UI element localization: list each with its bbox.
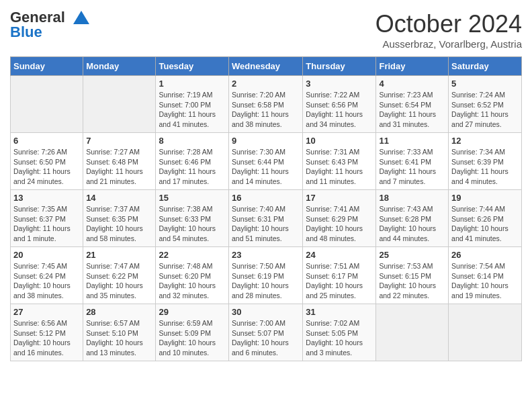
calendar-body: 1Sunrise: 7:19 AM Sunset: 7:00 PM Daylig… xyxy=(11,76,522,361)
day-of-week-header: Friday xyxy=(376,57,449,76)
day-of-week-header: Tuesday xyxy=(156,57,229,76)
calendar-day-cell: 25Sunrise: 7:53 AM Sunset: 6:15 PM Dayli… xyxy=(376,247,449,304)
calendar-week-row: 27Sunrise: 6:56 AM Sunset: 5:12 PM Dayli… xyxy=(11,304,522,361)
header: GeneralBlue October 2024 Ausserbraz, Vor… xyxy=(10,10,522,50)
calendar-week-row: 6Sunrise: 7:26 AM Sunset: 6:50 PM Daylig… xyxy=(11,133,522,190)
day-info: Sunrise: 7:38 AM Sunset: 6:33 PM Dayligh… xyxy=(159,204,226,244)
day-number: 14 xyxy=(86,193,152,203)
day-number: 20 xyxy=(13,250,80,260)
day-number: 27 xyxy=(13,307,80,317)
day-info: Sunrise: 7:48 AM Sunset: 6:20 PM Dayligh… xyxy=(159,261,226,301)
calendar-day-cell: 29Sunrise: 6:59 AM Sunset: 5:09 PM Dayli… xyxy=(156,304,229,361)
calendar-day-cell: 4Sunrise: 7:23 AM Sunset: 6:54 PM Daylig… xyxy=(376,76,449,133)
calendar-day-cell: 7Sunrise: 7:27 AM Sunset: 6:48 PM Daylig… xyxy=(83,133,156,190)
day-number: 11 xyxy=(379,136,445,146)
logo-text: GeneralBlue xyxy=(10,10,65,40)
day-info: Sunrise: 7:00 AM Sunset: 5:07 PM Dayligh… xyxy=(232,318,300,358)
day-of-week-header: Saturday xyxy=(449,57,522,76)
calendar-day-cell xyxy=(376,304,449,361)
day-info: Sunrise: 7:24 AM Sunset: 6:52 PM Dayligh… xyxy=(451,90,519,130)
calendar-day-cell: 2Sunrise: 7:20 AM Sunset: 6:58 PM Daylig… xyxy=(229,76,303,133)
day-number: 15 xyxy=(159,193,226,203)
calendar-day-cell: 27Sunrise: 6:56 AM Sunset: 5:12 PM Dayli… xyxy=(11,304,83,361)
day-info: Sunrise: 7:22 AM Sunset: 6:56 PM Dayligh… xyxy=(306,90,373,130)
day-number: 22 xyxy=(159,250,226,260)
calendar-day-cell xyxy=(83,76,156,133)
calendar-day-cell: 31Sunrise: 7:02 AM Sunset: 5:05 PM Dayli… xyxy=(303,304,376,361)
calendar-day-cell: 9Sunrise: 7:30 AM Sunset: 6:44 PM Daylig… xyxy=(229,133,303,190)
day-info: Sunrise: 7:54 AM Sunset: 6:14 PM Dayligh… xyxy=(451,261,519,301)
day-info: Sunrise: 7:50 AM Sunset: 6:19 PM Dayligh… xyxy=(232,261,300,301)
day-info: Sunrise: 7:27 AM Sunset: 6:48 PM Dayligh… xyxy=(86,147,152,187)
day-number: 10 xyxy=(306,136,373,146)
day-info: Sunrise: 7:37 AM Sunset: 6:35 PM Dayligh… xyxy=(86,204,152,244)
calendar-day-cell: 6Sunrise: 7:26 AM Sunset: 6:50 PM Daylig… xyxy=(11,133,83,190)
day-info: Sunrise: 7:41 AM Sunset: 6:29 PM Dayligh… xyxy=(306,204,373,244)
calendar-day-cell xyxy=(449,304,522,361)
calendar-day-cell: 11Sunrise: 7:33 AM Sunset: 6:41 PM Dayli… xyxy=(376,133,449,190)
calendar-day-cell: 26Sunrise: 7:54 AM Sunset: 6:14 PM Dayli… xyxy=(449,247,522,304)
day-number: 23 xyxy=(232,250,300,260)
day-info: Sunrise: 6:59 AM Sunset: 5:09 PM Dayligh… xyxy=(159,318,226,358)
day-info: Sunrise: 7:53 AM Sunset: 6:15 PM Dayligh… xyxy=(379,261,445,301)
day-number: 2 xyxy=(232,79,300,89)
calendar-day-cell: 17Sunrise: 7:41 AM Sunset: 6:29 PM Dayli… xyxy=(303,190,376,247)
calendar-table: SundayMondayTuesdayWednesdayThursdayFrid… xyxy=(10,56,522,361)
day-info: Sunrise: 7:51 AM Sunset: 6:17 PM Dayligh… xyxy=(306,261,373,301)
calendar-header: SundayMondayTuesdayWednesdayThursdayFrid… xyxy=(11,57,522,76)
calendar-day-cell: 22Sunrise: 7:48 AM Sunset: 6:20 PM Dayli… xyxy=(156,247,229,304)
title-area: October 2024 Ausserbraz, Vorarlberg, Aus… xyxy=(375,10,522,50)
day-info: Sunrise: 7:34 AM Sunset: 6:39 PM Dayligh… xyxy=(451,147,519,187)
calendar-week-row: 20Sunrise: 7:45 AM Sunset: 6:24 PM Dayli… xyxy=(11,247,522,304)
header-row: SundayMondayTuesdayWednesdayThursdayFrid… xyxy=(11,57,522,76)
day-number: 24 xyxy=(306,250,373,260)
calendar-day-cell: 28Sunrise: 6:57 AM Sunset: 5:10 PM Dayli… xyxy=(83,304,156,361)
day-info: Sunrise: 7:45 AM Sunset: 6:24 PM Dayligh… xyxy=(13,261,80,301)
calendar-day-cell: 14Sunrise: 7:37 AM Sunset: 6:35 PM Dayli… xyxy=(83,190,156,247)
calendar-day-cell: 19Sunrise: 7:44 AM Sunset: 6:26 PM Dayli… xyxy=(449,190,522,247)
day-number: 6 xyxy=(13,136,80,146)
day-of-week-header: Thursday xyxy=(303,57,376,76)
day-info: Sunrise: 7:43 AM Sunset: 6:28 PM Dayligh… xyxy=(379,204,445,244)
calendar-day-cell: 15Sunrise: 7:38 AM Sunset: 6:33 PM Dayli… xyxy=(156,190,229,247)
calendar-day-cell: 13Sunrise: 7:35 AM Sunset: 6:37 PM Dayli… xyxy=(11,190,83,247)
calendar-week-row: 1Sunrise: 7:19 AM Sunset: 7:00 PM Daylig… xyxy=(11,76,522,133)
day-info: Sunrise: 7:31 AM Sunset: 6:43 PM Dayligh… xyxy=(306,147,373,187)
day-number: 12 xyxy=(451,136,519,146)
day-info: Sunrise: 6:57 AM Sunset: 5:10 PM Dayligh… xyxy=(86,318,152,358)
calendar-day-cell: 12Sunrise: 7:34 AM Sunset: 6:39 PM Dayli… xyxy=(449,133,522,190)
day-number: 13 xyxy=(13,193,80,203)
day-number: 25 xyxy=(379,250,445,260)
day-info: Sunrise: 7:26 AM Sunset: 6:50 PM Dayligh… xyxy=(13,147,80,187)
day-info: Sunrise: 7:44 AM Sunset: 6:26 PM Dayligh… xyxy=(451,204,519,244)
day-info: Sunrise: 7:02 AM Sunset: 5:05 PM Dayligh… xyxy=(306,318,373,358)
day-info: Sunrise: 7:20 AM Sunset: 6:58 PM Dayligh… xyxy=(232,90,300,130)
day-info: Sunrise: 7:33 AM Sunset: 6:41 PM Dayligh… xyxy=(379,147,445,187)
day-number: 17 xyxy=(306,193,373,203)
calendar-day-cell: 21Sunrise: 7:47 AM Sunset: 6:22 PM Dayli… xyxy=(83,247,156,304)
day-number: 5 xyxy=(451,79,519,89)
day-number: 31 xyxy=(306,307,373,317)
day-number: 28 xyxy=(86,307,152,317)
day-number: 18 xyxy=(379,193,445,203)
day-of-week-header: Monday xyxy=(83,57,156,76)
day-number: 16 xyxy=(232,193,300,203)
day-number: 30 xyxy=(232,307,300,317)
logo: GeneralBlue xyxy=(10,10,89,40)
day-info: Sunrise: 7:19 AM Sunset: 7:00 PM Dayligh… xyxy=(159,90,226,130)
day-info: Sunrise: 7:23 AM Sunset: 6:54 PM Dayligh… xyxy=(379,90,445,130)
day-info: Sunrise: 7:40 AM Sunset: 6:31 PM Dayligh… xyxy=(232,204,300,244)
calendar-day-cell xyxy=(11,76,83,133)
day-info: Sunrise: 7:30 AM Sunset: 6:44 PM Dayligh… xyxy=(232,147,300,187)
svg-marker-0 xyxy=(73,11,89,24)
logo-icon xyxy=(68,8,89,30)
calendar-day-cell: 20Sunrise: 7:45 AM Sunset: 6:24 PM Dayli… xyxy=(11,247,83,304)
day-info: Sunrise: 6:56 AM Sunset: 5:12 PM Dayligh… xyxy=(13,318,80,358)
day-info: Sunrise: 7:47 AM Sunset: 6:22 PM Dayligh… xyxy=(86,261,152,301)
day-number: 3 xyxy=(306,79,373,89)
day-of-week-header: Wednesday xyxy=(229,57,303,76)
day-number: 19 xyxy=(451,193,519,203)
day-of-week-header: Sunday xyxy=(11,57,83,76)
calendar-day-cell: 24Sunrise: 7:51 AM Sunset: 6:17 PM Dayli… xyxy=(303,247,376,304)
calendar-day-cell: 10Sunrise: 7:31 AM Sunset: 6:43 PM Dayli… xyxy=(303,133,376,190)
